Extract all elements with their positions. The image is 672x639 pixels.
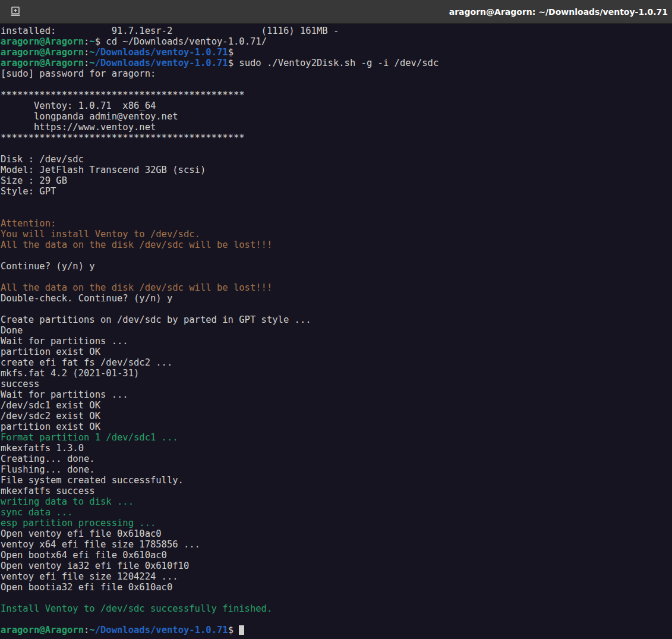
confirm-prompt: Continue? (y/n) y bbox=[1, 261, 95, 272]
terminal-line bbox=[1, 272, 672, 282]
prompt-user-host: aragorn@Aragorn bbox=[1, 36, 84, 47]
output-text: Wait for partitions ... bbox=[1, 336, 128, 347]
status-text: writing data to disk ... bbox=[1, 496, 134, 507]
terminal-line bbox=[1, 614, 672, 625]
terminal-line: ****************************************… bbox=[1, 90, 672, 100]
command-text: cd ~/Downloads/ventoy-1.0.71/ bbox=[106, 36, 267, 47]
prompt-path-home: ~ bbox=[89, 36, 94, 47]
terminal-line: https://www.ventoy.net bbox=[1, 122, 672, 133]
new-terminal-icon[interactable] bbox=[10, 6, 21, 18]
terminal-line: Open bootia32 efi file 0x610ac0 bbox=[1, 582, 672, 593]
output-text: Flushing... done. bbox=[1, 464, 95, 475]
output-text: Open ventoy ia32 efi file 0x610f10 bbox=[1, 561, 189, 571]
terminal-line: installed: 91.7.1esr-2 (1116) 161MB - bbox=[1, 26, 672, 36]
status-text: Format partition 1 /dev/sdc1 ... bbox=[1, 432, 178, 443]
terminal-line: mkfs.fat 4.2 (2021-01-31) bbox=[1, 368, 672, 379]
output-text: /dev/sdc1 exist OK bbox=[1, 400, 100, 411]
warning-text: You will install Ventoy to /dev/sdc. bbox=[1, 229, 200, 240]
output-text: Open bootx64 efi file 0x610ac0 bbox=[1, 550, 167, 561]
disk-info: Model: JetFlash Transcend 32GB (scsi) bbox=[1, 165, 206, 175]
terminal-line: Continue? (y/n) y bbox=[1, 261, 672, 272]
terminal-line: create efi fat fs /dev/sdc2 ... bbox=[1, 357, 672, 368]
prompt-path-home: ~ bbox=[89, 58, 94, 68]
terminal-line: aragorn@Aragorn:~/Downloads/ventoy-1.0.7… bbox=[1, 47, 672, 58]
terminal-line: aragorn@Aragorn:~/Downloads/ventoy-1.0.7… bbox=[1, 625, 672, 635]
terminal-line: Open ventoy efi file 0x610ac0 bbox=[1, 528, 672, 539]
terminal-line: Install Ventoy to /dev/sdc successfully … bbox=[1, 603, 672, 614]
terminal-line: [sudo] password for aragorn: bbox=[1, 68, 672, 79]
disk-info: Disk : /dev/sdc bbox=[1, 154, 84, 165]
terminal-line bbox=[1, 207, 672, 218]
terminal-line: mkexfatfs 1.3.0 bbox=[1, 443, 672, 454]
terminal-line: ventoy efi file size 1204224 ... bbox=[1, 571, 672, 582]
disk-info: Size : 29 GB bbox=[1, 175, 67, 186]
output-text: File system created successfully. bbox=[1, 475, 184, 486]
status-text: sync data ... bbox=[1, 507, 72, 518]
terminal-line bbox=[1, 304, 672, 314]
warning-text: All the data on the disk /dev/sdc will b… bbox=[1, 240, 272, 250]
output-text: create efi fat fs /dev/sdc2 ... bbox=[1, 357, 172, 368]
status-text: Install Ventoy to /dev/sdc successfully … bbox=[1, 603, 272, 614]
prompt-separator: : bbox=[84, 58, 89, 68]
terminal-line: /dev/sdc2 exist OK bbox=[1, 411, 672, 421]
terminal-line: Create partitions on /dev/sdc by parted … bbox=[1, 314, 672, 325]
confirm-prompt: Double-check. Continue? (y/n) y bbox=[1, 293, 172, 304]
terminal-line: Disk : /dev/sdc bbox=[1, 154, 672, 165]
terminal-line: aragorn@Aragorn:~/Downloads/ventoy-1.0.7… bbox=[1, 58, 672, 68]
command-text: sudo ./Ventoy2Disk.sh -g -i /dev/sdc bbox=[239, 58, 438, 68]
terminal-line bbox=[1, 79, 672, 90]
terminal-screen[interactable]: installed: 91.7.1esr-2 (1116) 161MB -ara… bbox=[0, 24, 672, 638]
output-text: partition exist OK bbox=[1, 347, 100, 357]
terminal-line: aragorn@Aragorn:~$ cd ~/Downloads/ventoy… bbox=[1, 36, 672, 47]
terminal-line: Wait for partitions ... bbox=[1, 389, 672, 400]
terminal-line: esp partition processing ... bbox=[1, 518, 672, 528]
terminal-line: Style: GPT bbox=[1, 186, 672, 197]
terminal-line: writing data to disk ... bbox=[1, 496, 672, 507]
terminal-line: sync data ... bbox=[1, 507, 672, 518]
output-text: partition exist OK bbox=[1, 421, 100, 432]
terminal-line: ventoy x64 efi file size 1785856 ... bbox=[1, 539, 672, 550]
warning-text: Attention: bbox=[1, 218, 56, 229]
terminal-line: partition exist OK bbox=[1, 347, 672, 357]
prompt-path-home: ~ bbox=[89, 47, 94, 58]
prompt-path: /Downloads/ventoy-1.0.71 bbox=[95, 58, 228, 68]
terminal-line: ****************************************… bbox=[1, 133, 672, 143]
banner-rule: ****************************************… bbox=[1, 133, 245, 143]
output-text: success bbox=[1, 379, 39, 389]
prompt-separator: : bbox=[84, 625, 89, 635]
terminal-line: All the data on the disk /dev/sdc will b… bbox=[1, 240, 672, 250]
sudo-password-prompt: [sudo] password for aragorn: bbox=[1, 68, 156, 79]
output-text: Create partitions on /dev/sdc by parted … bbox=[1, 314, 311, 325]
terminal-line bbox=[1, 593, 672, 603]
terminal-line: Double-check. Continue? (y/n) y bbox=[1, 293, 672, 304]
output-text: Wait for partitions ... bbox=[1, 389, 128, 400]
terminal-line: Open bootx64 efi file 0x610ac0 bbox=[1, 550, 672, 561]
prompt-user-host: aragorn@Aragorn bbox=[1, 625, 84, 635]
prompt-symbol: $ bbox=[228, 47, 234, 58]
terminal-line: success bbox=[1, 379, 672, 389]
terminal-line: Flushing... done. bbox=[1, 464, 672, 475]
terminal-line: File system created successfully. bbox=[1, 475, 672, 486]
prompt-symbol: $ bbox=[95, 36, 106, 47]
titlebar: aragorn@Aragorn: ~/Downloads/ventoy-1.0.… bbox=[0, 0, 672, 24]
prompt-separator: : bbox=[84, 47, 89, 58]
output-text: Open bootia32 efi file 0x610ac0 bbox=[1, 582, 172, 593]
banner-version: Ventoy: 1.0.71 x86_64 bbox=[1, 100, 156, 111]
terminal-line: Creating... done. bbox=[1, 454, 672, 464]
banner-author: longpanda admin@ventoy.net bbox=[1, 111, 178, 122]
output-text: Done bbox=[1, 325, 23, 336]
window-title: aragorn@Aragorn: ~/Downloads/ventoy-1.0.… bbox=[21, 7, 672, 17]
terminal-line: Wait for partitions ... bbox=[1, 336, 672, 347]
status-text: esp partition processing ... bbox=[1, 518, 156, 528]
terminal-line: Format partition 1 /dev/sdc1 ... bbox=[1, 432, 672, 443]
terminal-line: Attention: bbox=[1, 218, 672, 229]
output-text: mkexfatfs success bbox=[1, 486, 95, 496]
prompt-user-host: aragorn@Aragorn bbox=[1, 58, 84, 68]
terminal-line: You will install Ventoy to /dev/sdc. bbox=[1, 229, 672, 240]
output-text: mkexfatfs 1.3.0 bbox=[1, 443, 84, 454]
prompt-separator: : bbox=[84, 36, 89, 47]
output-text: /dev/sdc2 exist OK bbox=[1, 411, 100, 421]
banner-rule: ****************************************… bbox=[1, 90, 245, 100]
warning-text: All the data on the disk /dev/sdc will b… bbox=[1, 282, 272, 293]
banner-url: https://www.ventoy.net bbox=[1, 122, 156, 133]
